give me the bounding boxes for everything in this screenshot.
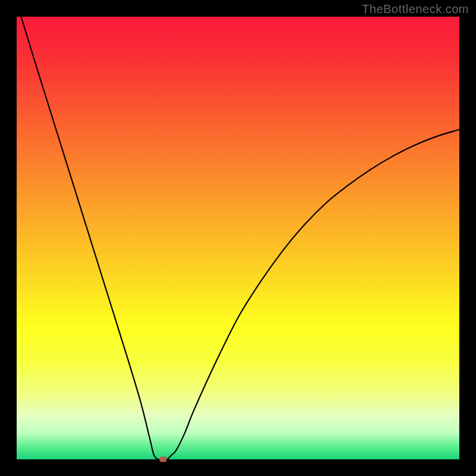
watermark: TheBottleneck.com <box>362 2 469 16</box>
plot-area <box>17 17 459 459</box>
optimal-marker <box>159 457 167 462</box>
chart-curve <box>17 17 459 459</box>
